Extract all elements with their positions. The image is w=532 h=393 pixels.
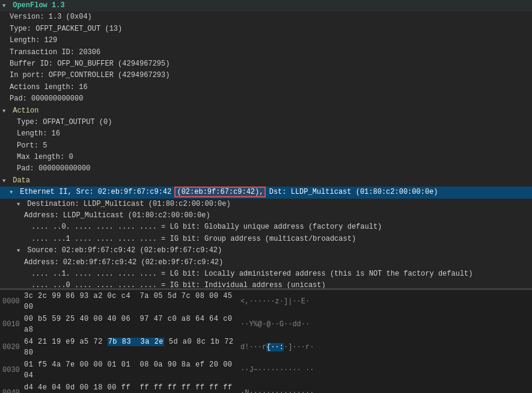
action-port: Port: 5 — [0, 140, 532, 152]
of-type-text: Type: OFPT_PACKET_OUT (13) — [10, 25, 122, 33]
action-pad: Pad: 000000000000 — [0, 163, 532, 175]
action-expand-icon — [2, 108, 8, 116]
of-txid-text: Transaction ID: 20306 — [10, 48, 100, 57]
eth-dest-ig-text: .... ...1 .... .... .... .... = IG bit: … — [31, 235, 356, 243]
eth-dest-lg-text: .... ..0. .... .... .... .... = LG bit: … — [31, 223, 382, 231]
data-expand-icon — [2, 178, 8, 185]
eth-src-lg-text: .... ..1. .... .... .... .... = LG bit: … — [31, 270, 473, 278]
action-length: Length: 16 — [0, 128, 532, 140]
of-bufid: Buffer ID: OFP_NO_BUFFER (4294967295) — [0, 58, 532, 70]
eth-src-addr: Address: 02:eb:9f:67:c9:42 (02:eb:9f:67:… — [0, 257, 532, 268]
of-pad-text: Pad: 000000000000 — [10, 94, 83, 103]
hex-offset-0030: 0030 — [2, 365, 24, 376]
eth-src-text: Source: 02:eb:9f:67:c9:42 (02:eb:9f:67:c… — [27, 246, 222, 255]
eth-src-ig-text: .... ...0 .... .... .... .... = IG bit: … — [31, 281, 326, 289]
eth-src-ig: .... ...0 .... .... .... .... = IG bit: … — [0, 280, 532, 289]
hex-panel[interactable]: 0000 3c 2c 99 86 93 a2 0c c4 7a 05 5d 7c… — [0, 290, 532, 393]
hex-row-0010: 0010 00 b5 59 25 40 00 40 06 97 47 c0 a8… — [0, 313, 532, 336]
hex-ascii-0020: d!···r{··:·]···r· — [240, 342, 361, 353]
hex-bytes-0030: 01 f5 4a 7e 00 00 01 01 08 0a 90 8a ef 2… — [24, 359, 240, 381]
eth-dest-expand-icon — [17, 201, 23, 209]
eth-dest-lg: .... ..0. .... .... .... .... = LG bit: … — [0, 221, 532, 233]
openflow-header-label: OpenFlow 1.3 — [13, 1, 64, 10]
eth-dest-addr: Address: LLDP_Multicast (01:80:c2:00:00:… — [0, 210, 532, 221]
hex-bytes-0000: 3c 2c 99 86 93 a2 0c c4 7a 05 5d 7c 08 0… — [24, 291, 240, 312]
hex-bytes-0040: d4 4e 04 0d 00 18 00 ff ff ff ff ff ff f… — [24, 382, 240, 393]
of-version-text: Version: 1.3 (0x04) — [10, 13, 92, 21]
data-section[interactable]: Data — [0, 175, 532, 187]
hex-ascii-0030: ··J~·········· ·· — [240, 365, 361, 376]
of-inport-text: In port: OFPP_CONTROLLER (4294967293) — [10, 71, 170, 79]
hex-bytes-0020: 64 21 19 e9 a5 72 7b 83 3a 2e 5d a0 8c 1… — [24, 336, 240, 358]
hex-row-0020: 0020 64 21 19 e9 a5 72 7b 83 3a 2e 5d a0… — [0, 336, 532, 359]
hex-ascii-0040: ·N··············· — [240, 388, 361, 393]
of-pad: Pad: 000000000000 — [0, 93, 532, 105]
hex-ascii-0010: ··Y%@·@··G··dd·· — [240, 319, 361, 330]
eth-dest-text: Destination: LLDP_Multicast (01:80:c2:00… — [27, 200, 230, 208]
openflow-expand-icon — [2, 2, 8, 10]
hex-row-0040: 0040 d4 4e 04 0d 00 18 00 ff ff ff ff ff… — [0, 382, 532, 393]
eth-src-expand-icon — [17, 247, 23, 255]
eth-src-addr-text: Address: 02:eb:9f:67:c9:42 (02:eb:9f:67:… — [24, 258, 223, 267]
action-type-text: Type: OFPAT_OUTPUT (0) — [17, 118, 112, 126]
hex-offset-0020: 0020 — [2, 342, 24, 353]
hex-row-0030: 0030 01 f5 4a 7e 00 00 01 01 08 0a 90 8a… — [0, 359, 532, 382]
eth-src[interactable]: Source: 02:eb:9f:67:c9:42 (02:eb:9f:67:c… — [0, 245, 532, 256]
action-pad-text: Pad: 000000000000 — [17, 164, 90, 173]
ethernet-src-highlight: (02:eb:9f:67:c9:42), — [176, 188, 264, 196]
eth-dest[interactable]: Destination: LLDP_Multicast (01:80:c2:00… — [0, 199, 532, 210]
hex-offset-0040: 0040 — [2, 388, 24, 393]
of-length-text: Length: 129 — [10, 36, 57, 45]
of-txid: Transaction ID: 20306 — [0, 47, 532, 58]
data-header-label: Data — [13, 176, 30, 185]
eth-dest-addr-text: Address: LLDP_Multicast (01:80:c2:00:00:… — [24, 211, 210, 220]
hex-ascii-0000: <,······z·]|··E· — [240, 296, 361, 307]
of-actlen-text: Actions length: 16 — [10, 83, 88, 91]
hex-offset-0000: 0000 — [2, 296, 24, 307]
hex-bytes-0010: 00 b5 59 25 40 00 40 06 97 47 c0 a8 64 6… — [24, 314, 240, 335]
openflow-section[interactable]: OpenFlow 1.3 — [0, 0, 532, 11]
action-section[interactable]: Action — [0, 105, 532, 117]
hex-offset-0010: 0010 — [2, 319, 24, 330]
ethernet-dst-label: Dst: LLDP_Multicast (01:80:c2:00:00:0e) — [264, 188, 438, 196]
action-maxlen-text: Max length: 0 — [17, 153, 73, 161]
of-length: Length: 129 — [0, 35, 532, 46]
action-port-text: Port: 5 — [17, 141, 47, 150]
ethernet-row[interactable]: Ethernet II, Src: 02:eb:9f:67:c9:42 (02:… — [0, 187, 532, 198]
action-length-text: Length: 16 — [17, 129, 60, 138]
of-bufid-text: Buffer ID: OFP_NO_BUFFER (4294967295) — [10, 60, 170, 68]
action-type: Type: OFPAT_OUTPUT (0) — [0, 117, 532, 128]
of-version: Version: 1.3 (0x04) — [0, 11, 532, 23]
of-inport: In port: OFPP_CONTROLLER (4294967293) — [0, 70, 532, 81]
of-actlen: Actions length: 16 — [0, 82, 532, 93]
hex-row-0000: 0000 3c 2c 99 86 93 a2 0c c4 7a 05 5d 7c… — [0, 290, 532, 313]
eth-src-lg: .... ..1. .... .... .... .... = LG bit: … — [0, 268, 532, 280]
packet-detail-panel[interactable]: OpenFlow 1.3 Version: 1.3 (0x04) Type: O… — [0, 0, 532, 289]
eth-dest-ig: .... ...1 .... .... .... .... = IG bit: … — [0, 234, 532, 245]
ethernet-label: Ethernet II, Src: 02:eb:9f:67:c9:42 — [20, 188, 176, 196]
ethernet-expand-icon — [10, 189, 16, 197]
of-type: Type: OFPT_PACKET_OUT (13) — [0, 23, 532, 35]
action-maxlen: Max length: 0 — [0, 152, 532, 163]
action-header-label: Action — [13, 107, 38, 115]
